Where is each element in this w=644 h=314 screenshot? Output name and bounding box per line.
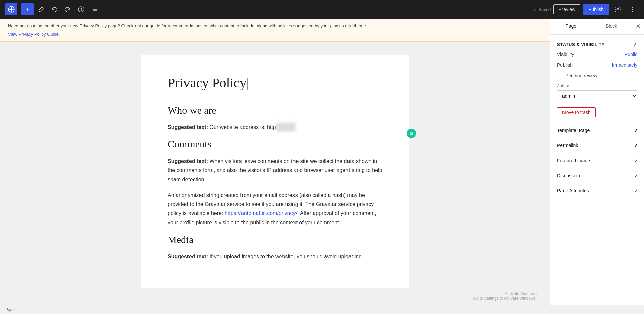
comments-paragraph-2: An anonymized string created from your e… [168, 191, 382, 227]
section-heading-comments: Comments [168, 138, 382, 150]
editor-content: G Privacy Policy Who we are Suggested te… [141, 55, 409, 288]
status-visibility-chevron: ∧ [633, 41, 637, 48]
section-heading-media: Media [168, 234, 382, 245]
svg-point-10 [632, 9, 633, 10]
svg-point-8 [617, 9, 619, 10]
edit-button[interactable] [35, 3, 47, 15]
page-attributes-header[interactable]: Page Attributes ∨ [550, 183, 644, 198]
pending-review-row: Pending review [557, 70, 637, 81]
status-bar: Page [0, 305, 644, 314]
status-visibility-header[interactable]: Status & visibility ∧ [557, 40, 637, 49]
add-block-button[interactable]: + [21, 3, 34, 15]
sidebar-tabs: Page Block [550, 19, 632, 34]
author-select[interactable]: admin [557, 90, 637, 101]
move-to-trash-button[interactable]: Move to trash [557, 107, 596, 117]
permalink-chevron: ∨ [634, 143, 637, 148]
main-area: Need help putting together your new Priv… [0, 19, 644, 305]
template-section: Template: Page ∨ [550, 123, 644, 138]
featured-image-chevron: ∨ [634, 158, 637, 163]
template-chevron: ∨ [634, 128, 637, 133]
featured-image-section: Featured image ∨ [550, 153, 644, 168]
svg-point-11 [632, 11, 633, 12]
svg-point-4 [81, 8, 82, 9]
publish-value[interactable]: Immediately [612, 62, 637, 68]
status-bar-text: Page [5, 307, 15, 312]
sidebar: Page Block ✕ Status & visibility ∧ Visib… [550, 19, 644, 305]
saved-status: ✓ Saved [533, 7, 551, 12]
preview-button[interactable]: Preview [553, 4, 580, 14]
page-attributes-section: Page Attributes ∨ [550, 183, 644, 198]
pending-review-label[interactable]: Pending review [565, 73, 597, 78]
editor-area: Need help putting together your new Priv… [0, 19, 550, 305]
discussion-chevron: ∨ [634, 173, 637, 178]
svg-point-1 [10, 8, 12, 10]
discussion-title: Discussion [557, 173, 580, 178]
toolbar-left: + [5, 3, 101, 15]
permalink-section: Permalink ∨ [550, 138, 644, 153]
discussion-section: Discussion ∨ [550, 168, 644, 183]
editor-scroll-area[interactable]: G Privacy Policy Who we are Suggested te… [0, 42, 550, 305]
toolbar: + [0, 0, 644, 19]
media-paragraph: Suggested text: If you upload images to … [168, 252, 382, 261]
info-button[interactable] [75, 3, 87, 15]
close-sidebar-button[interactable]: ✕ [632, 20, 644, 33]
more-options-button[interactable] [627, 3, 639, 15]
permalink-header[interactable]: Permalink ∨ [550, 138, 644, 153]
publish-button[interactable]: Publish [583, 4, 609, 15]
status-visibility-section: Status & visibility ∧ Visibility Public … [550, 35, 644, 123]
info-banner-text: Need help putting together your new Priv… [8, 23, 367, 28]
permalink-title: Permalink [557, 143, 578, 148]
visibility-value[interactable]: Public [625, 52, 637, 57]
who-we-are-paragraph: Suggested text: Our website address is: … [168, 123, 382, 132]
template-title: Template: Page [557, 128, 590, 133]
discussion-header[interactable]: Discussion ∨ [550, 168, 644, 183]
blurred-url [276, 123, 296, 132]
publish-label: Publish [557, 62, 573, 68]
settings-button[interactable] [612, 3, 624, 15]
pending-review-checkbox[interactable] [557, 73, 562, 78]
visibility-label: Visibility [557, 52, 574, 57]
author-section: Author admin [557, 81, 637, 104]
featured-image-title: Featured image [557, 158, 590, 163]
sidebar-tabs-container: Page Block ✕ [550, 19, 644, 35]
tab-page[interactable]: Page [550, 19, 591, 34]
grammarly-icon: G [407, 129, 416, 138]
undo-button[interactable] [48, 3, 60, 15]
tab-block[interactable]: Block [591, 19, 632, 34]
page-attributes-chevron: ∨ [634, 188, 637, 193]
wp-logo-icon[interactable] [5, 3, 17, 15]
page-title[interactable]: Privacy Policy [168, 75, 382, 91]
publish-row: Publish Immediately [557, 60, 637, 70]
svg-point-9 [632, 7, 633, 8]
visibility-row: Visibility Public [557, 49, 637, 60]
author-label: Author [557, 84, 637, 88]
page-attributes-title: Page Attributes [557, 188, 589, 193]
template-header[interactable]: Template: Page ∨ [550, 123, 644, 138]
check-icon: ✓ [533, 7, 537, 12]
comments-paragraph-1: Suggested text: When visitors leave comm… [168, 156, 382, 184]
privacy-policy-guide-link[interactable]: View Privacy Policy Guide. [8, 31, 542, 38]
gravatar-link[interactable]: https://automattic.com/privacy/ [225, 210, 297, 216]
section-heading-who-we-are: Who we are [168, 105, 382, 116]
redo-button[interactable] [62, 3, 74, 15]
featured-image-header[interactable]: Featured image ∨ [550, 153, 644, 168]
list-view-button[interactable] [89, 3, 101, 15]
info-banner: Need help putting together your new Priv… [0, 19, 550, 42]
toolbar-right: ✓ Saved Preview Publish [533, 3, 639, 15]
status-visibility-title: Status & visibility [557, 42, 605, 47]
